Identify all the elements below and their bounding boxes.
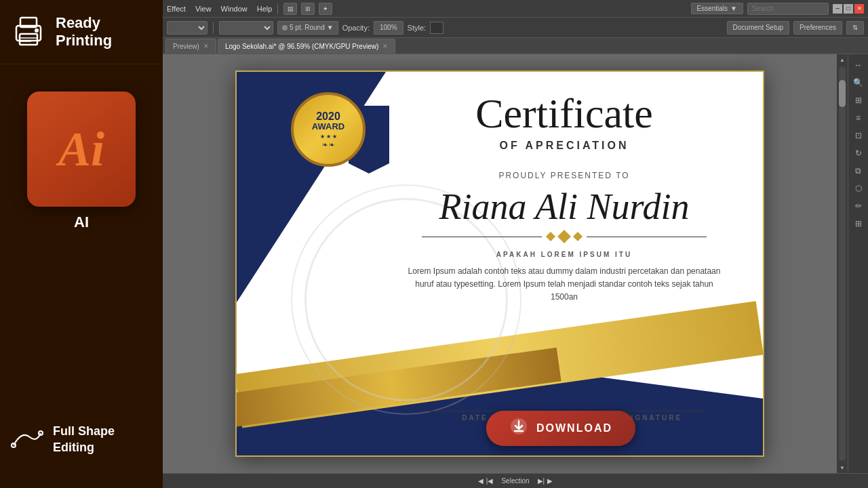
opacity-label: Opacity: <box>342 24 370 32</box>
divider-line-right <box>587 237 707 237</box>
sidebar-bottom: Full Shape Editing <box>0 411 163 468</box>
panel-icon-arrange[interactable]: ⬡ <box>850 180 867 197</box>
style-label: Style: <box>408 24 427 32</box>
menu-help[interactable]: Help <box>257 5 273 13</box>
download-label: DOWNLOAD <box>536 422 612 434</box>
arrange-button[interactable]: ⇅ <box>846 21 864 35</box>
cert-diamond-center <box>557 230 571 243</box>
full-shape-editing-label: Full Shape Editing <box>53 424 115 455</box>
stroke-indicator: 5 pt. Round ▼ <box>277 21 338 35</box>
font-select[interactable] <box>167 21 208 35</box>
badge-laurel: ❧ ❧ <box>322 141 335 148</box>
panel-icon-adjust[interactable]: ⊞ <box>850 216 867 232</box>
printer-icon <box>11 12 46 52</box>
panel-icon-edit[interactable]: ✏ <box>850 198 867 214</box>
badge-circle: 2020 AWARD ★★★ ❧ ❧ <box>291 92 366 167</box>
cert-recipient-name: Riana Ali Nurdin <box>439 186 689 228</box>
toolbar-icon-btn-2[interactable]: ⊞ <box>301 3 315 15</box>
bottom-nav-start[interactable]: |◀ <box>486 477 494 485</box>
tab-preview-label: Preview) <box>173 43 199 50</box>
shape-edit-icon <box>11 428 43 452</box>
main-area: Effect View Window Help ▤ ⊞ ✦ Essentials… <box>163 0 868 488</box>
stroke-dot <box>282 25 288 30</box>
tab-logo[interactable]: Logo Sekolah.ai* @ 96.59% (CMYK/GPU Prev… <box>218 39 395 54</box>
cert-title: Certificate <box>475 92 653 134</box>
award-badge: 2020 AWARD ★★★ ❧ ❧ <box>291 92 366 167</box>
ready-printing-label: Ready Printing <box>56 14 112 50</box>
cert-divider <box>422 232 707 241</box>
tab-preview[interactable]: Preview) ✕ <box>165 39 216 54</box>
canvas-area[interactable]: 2020 AWARD ★★★ ❧ ❧ Certificate OF APRECI… <box>163 54 837 473</box>
second-toolbar: 5 pt. Round ▼ Opacity: 100% Style: Docum… <box>163 18 868 38</box>
tab-logo-label: Logo Sekolah.ai* @ 96.59% (CMYK/GPU Prev… <box>225 43 378 50</box>
sidebar-top: Ready Printing <box>0 0 163 64</box>
search-input[interactable] <box>747 3 829 15</box>
menu-effect[interactable]: Effect <box>167 5 186 13</box>
download-button[interactable]: DOWNLOAD <box>486 411 635 446</box>
panel-icon-grid[interactable]: ⊞ <box>850 92 867 108</box>
bottom-nav-right[interactable]: ▶ <box>547 477 553 485</box>
window-controls: ─ □ ✕ <box>833 4 864 14</box>
toolbar-icon-btn-1[interactable]: ▤ <box>283 3 297 15</box>
certificate-wrapper: 2020 AWARD ★★★ ❧ ❧ Certificate OF APRECI… <box>235 70 764 457</box>
divider-line-left <box>422 237 542 237</box>
tabs-row: Preview) ✕ Logo Sekolah.ai* @ 96.59% (CM… <box>163 38 868 54</box>
essentials-button[interactable]: Essentials ▼ <box>691 3 743 14</box>
ai-logo-box: Ai <box>27 92 136 207</box>
document-setup-button[interactable]: Document Setup <box>727 21 790 35</box>
toolbar-sep-1 <box>277 3 278 14</box>
bottom-bar: ◀ |◀ Selection ▶| ▶ <box>163 473 868 488</box>
tab-logo-close[interactable]: ✕ <box>382 43 388 49</box>
opacity-value[interactable]: 100% <box>374 21 403 35</box>
close-button[interactable]: ✕ <box>854 4 864 14</box>
ai-logo-container: Ai AI <box>27 92 136 231</box>
panel-icon-layers[interactable]: ⧉ <box>850 163 867 179</box>
panel-icon-transform[interactable]: ⊡ <box>850 127 867 144</box>
scroll-down-arrow[interactable]: ▼ <box>837 462 848 473</box>
cert-diamond-left <box>546 232 555 241</box>
svg-rect-2 <box>20 34 37 45</box>
ai-letter: Ai <box>58 125 104 174</box>
stroke-dropdown-arrow[interactable]: ▼ <box>327 24 334 31</box>
svg-point-5 <box>35 29 38 32</box>
left-sidebar: Ready Printing Ai AI Full Shape Editing <box>0 0 163 488</box>
bottom-nav-end[interactable]: ▶| <box>538 477 545 485</box>
download-icon <box>509 417 528 440</box>
toolbar-menu: Effect View Window Help <box>167 5 272 13</box>
top-toolbar: Effect View Window Help ▤ ⊞ ✦ Essentials… <box>163 0 868 18</box>
cert-content: Certificate OF APRECIATION PROUDLY PRESE… <box>386 85 743 361</box>
tab-preview-close[interactable]: ✕ <box>203 43 209 49</box>
cert-subtitle: OF APRECIATION <box>499 140 629 152</box>
minimize-button[interactable]: ─ <box>833 4 842 14</box>
stroke-label: 5 pt. Round <box>290 24 325 31</box>
cert-lorem-body: Lorem Ipsum adalah contoh teks atau dumm… <box>395 265 734 304</box>
style-swatch[interactable] <box>430 22 443 34</box>
scroll-thumb <box>839 80 846 107</box>
certificate: 2020 AWARD ★★★ ❧ ❧ Certificate OF APRECI… <box>235 70 764 457</box>
ai-label-text: AI <box>74 214 89 231</box>
scroll-up-arrow[interactable]: ▲ <box>837 54 848 65</box>
panel-icon-rotate[interactable]: ↻ <box>850 145 867 161</box>
maximize-button[interactable]: □ <box>844 4 853 14</box>
badge-stars: ★★★ <box>320 134 337 140</box>
cert-lorem-title: APAKAH LOREM IPSUM ITU <box>496 251 632 258</box>
size-select[interactable] <box>219 21 273 35</box>
panel-icon-expand[interactable]: ↔ <box>850 57 867 73</box>
cert-presented-to: PROUDLY PRESENTED TO <box>498 171 629 180</box>
bottom-tool-label: Selection <box>501 477 529 485</box>
right-scrollbar: ▲ ▼ <box>837 54 848 473</box>
sig-label-date: DATE <box>462 414 488 422</box>
panel-icon-search[interactable]: 🔍 <box>850 75 867 91</box>
badge-year: 2020 <box>316 111 340 122</box>
cert-diamond-right <box>573 232 583 241</box>
menu-window[interactable]: Window <box>221 5 248 13</box>
scroll-track[interactable] <box>839 66 846 461</box>
right-panel: ↔ 🔍 ⊞ ≡ ⊡ ↻ ⧉ ⬡ ✏ ⊞ <box>848 54 868 473</box>
toolbar2-sep <box>213 22 214 33</box>
panel-icon-align[interactable]: ≡ <box>850 110 867 126</box>
bottom-nav-left[interactable]: ◀ <box>478 477 484 485</box>
toolbar-icon-btn-3[interactable]: ✦ <box>319 3 332 15</box>
menu-view[interactable]: View <box>195 5 212 13</box>
badge-award-label: AWARD <box>312 122 344 131</box>
preferences-button[interactable]: Preferences <box>793 21 842 35</box>
